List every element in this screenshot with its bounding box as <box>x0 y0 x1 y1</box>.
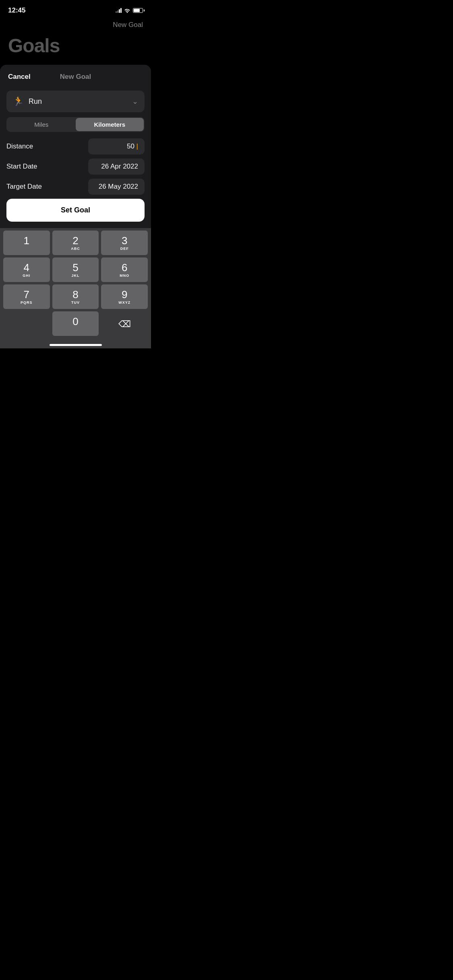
numpad-row-3: 7 PQRS 8 TUV 9 WXYZ <box>2 284 149 309</box>
start-date-row: Start Date 26 Apr 2022 <box>6 159 145 175</box>
numpad-row-4: 0 ⌫ <box>2 311 149 336</box>
numpad-key-3[interactable]: 3 DEF <box>101 231 148 255</box>
home-indicator <box>0 340 151 348</box>
distance-input[interactable]: 50 <box>88 138 145 154</box>
numpad-key-4[interactable]: 4 GHI <box>3 257 50 282</box>
set-goal-button[interactable]: Set Goal <box>6 199 145 222</box>
numpad-key-6[interactable]: 6 MNO <box>101 257 148 282</box>
unit-toggle: Miles Kilometers <box>6 117 145 132</box>
numpad-row-2: 4 GHI 5 JKL 6 MNO <box>2 257 149 282</box>
status-time: 12:45 <box>8 6 25 14</box>
distance-label: Distance <box>6 142 33 150</box>
numpad-key-8[interactable]: 8 TUV <box>52 284 99 309</box>
form-area: 🏃 Run ⌄ Miles Kilometers Distance 50 Sta… <box>0 87 151 228</box>
numpad-backspace-button[interactable]: ⌫ <box>101 311 148 336</box>
home-bar <box>50 344 102 346</box>
modal-title: New Goal <box>60 73 91 81</box>
status-icons <box>116 8 143 13</box>
chevron-down-icon: ⌄ <box>132 97 138 106</box>
miles-button[interactable]: Miles <box>7 118 76 131</box>
numpad-key-0[interactable]: 0 <box>52 311 99 336</box>
goals-title: Goals <box>0 33 151 63</box>
activity-label: Run <box>29 97 42 106</box>
modal-header: Cancel New Goal <box>0 65 151 87</box>
start-date-label: Start Date <box>6 163 37 171</box>
header-new-goal-label: New Goal <box>113 21 143 29</box>
target-date-label: Target Date <box>6 183 42 191</box>
distance-row: Distance 50 <box>6 138 145 154</box>
signal-icon <box>116 8 122 13</box>
numpad-key-9[interactable]: 9 WXYZ <box>101 284 148 309</box>
numpad-key-7[interactable]: 7 PQRS <box>3 284 50 309</box>
target-date-picker[interactable]: 26 May 2022 <box>88 179 145 195</box>
wifi-icon <box>124 8 130 13</box>
numpad-key-1[interactable]: 1 <box>3 231 50 255</box>
backspace-icon: ⌫ <box>118 319 131 329</box>
numpad-row-1: 1 2 ABC 3 DEF <box>2 231 149 255</box>
header: New Goal <box>0 18 151 33</box>
modal-sheet: Cancel New Goal 🏃 Run ⌄ Miles Kilometers… <box>0 65 151 228</box>
numpad-key-empty <box>3 311 50 336</box>
numpad-key-5[interactable]: 5 JKL <box>52 257 99 282</box>
run-icon: 🏃 <box>13 96 24 107</box>
kilometers-button[interactable]: Kilometers <box>76 118 144 131</box>
cancel-button[interactable]: Cancel <box>8 73 31 81</box>
target-date-row: Target Date 26 May 2022 <box>6 179 145 195</box>
battery-icon <box>133 8 143 13</box>
numpad-key-2[interactable]: 2 ABC <box>52 231 99 255</box>
start-date-picker[interactable]: 26 Apr 2022 <box>88 159 145 175</box>
status-bar: 12:45 <box>0 0 151 18</box>
activity-selector[interactable]: 🏃 Run ⌄ <box>6 91 145 112</box>
numpad: 1 2 ABC 3 DEF 4 GHI 5 JKL 6 MNO 7 PQRS <box>0 228 151 340</box>
